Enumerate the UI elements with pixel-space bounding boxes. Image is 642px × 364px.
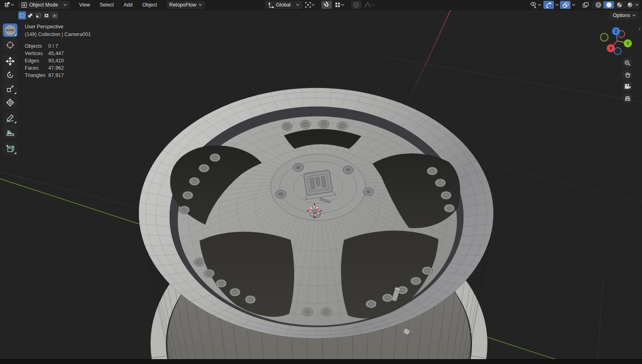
solid-sphere-icon <box>605 2 612 8</box>
stat-value: 0 / 7 <box>48 43 58 49</box>
menu-object[interactable]: Object <box>138 0 162 10</box>
chevron-down-icon <box>63 4 67 6</box>
gizmo-axis-neg-y[interactable] <box>601 34 608 41</box>
proportional-editing-toggle[interactable] <box>351 1 362 9</box>
pivot-point-button[interactable] <box>304 1 316 9</box>
show-overlays-toggle[interactable] <box>560 1 571 9</box>
viewport-3d[interactable] <box>0 0 642 364</box>
stat-label: Objects <box>25 43 48 49</box>
select-mode-set[interactable] <box>18 11 26 19</box>
shading-mode-group <box>592 1 640 9</box>
mode-label: Object Mode <box>29 2 58 8</box>
view-perspective-label: User Perspective <box>25 24 91 30</box>
tool-measure[interactable] <box>3 125 17 138</box>
chevron-down-icon <box>371 4 375 6</box>
gizmo-axis-x[interactable]: X <box>607 44 615 52</box>
statistics-overlay: Objects0 / 7 Vertices45,447 Edges93,410 … <box>25 43 91 79</box>
add-cube-icon <box>6 144 15 153</box>
chevron-down-icon <box>11 4 14 6</box>
editor-type-button[interactable] <box>2 1 15 9</box>
shading-wireframe-button[interactable] <box>593 1 603 9</box>
chevron-down-icon[interactable] <box>555 4 559 6</box>
toggle-perspective-button[interactable] <box>622 93 633 103</box>
header-center: Global <box>265 1 376 9</box>
tool-active-retopoflow[interactable]: NONE <box>3 24 17 37</box>
gizmo-axis-y[interactable]: Y <box>624 39 632 47</box>
measure-tool-icon <box>6 127 15 136</box>
tool-rotate[interactable] <box>3 68 17 81</box>
shading-material-button[interactable] <box>614 1 625 9</box>
camera-view-button[interactable] <box>622 81 633 92</box>
xray-toggle[interactable] <box>580 1 591 9</box>
menu-select[interactable]: Select <box>95 0 118 10</box>
tool-add-cube[interactable] <box>3 142 17 155</box>
tool-annotate[interactable] <box>3 111 17 124</box>
navigation-gizmo[interactable]: Z Y X <box>600 24 637 61</box>
stat-value: 93,410 <box>48 58 64 64</box>
camera-icon <box>624 83 631 90</box>
tool-transform[interactable] <box>3 96 17 109</box>
retopoflow-menu[interactable]: RetopoFlow <box>166 1 205 9</box>
stat-label: Faces <box>25 65 48 71</box>
mode-selector[interactable]: Object Mode <box>18 1 70 9</box>
annotate-pencil-icon <box>6 113 15 122</box>
hand-icon <box>624 71 631 78</box>
snap-target-button[interactable] <box>334 1 345 9</box>
show-gizmo-toggle[interactable] <box>543 1 554 9</box>
chevron-down-icon <box>198 4 202 6</box>
stat-value: 47,962 <box>48 65 64 71</box>
stat-label: Vertices <box>25 51 48 56</box>
material-sphere-icon <box>616 2 623 8</box>
shading-solid-button[interactable] <box>603 1 614 9</box>
chevron-down-icon <box>311 4 315 6</box>
svg-text:Z: Z <box>615 29 617 34</box>
select-mode-invert[interactable] <box>43 11 50 19</box>
tool-cursor[interactable] <box>3 38 17 51</box>
options-button[interactable]: Options <box>610 11 639 19</box>
chevron-down-icon <box>341 4 345 6</box>
stat-label: Edges <box>25 58 48 64</box>
proportional-falloff-button[interactable] <box>363 1 376 9</box>
menu-add[interactable]: Add <box>119 0 137 10</box>
sidebar-collapse-chevron[interactable]: ‹ <box>639 25 641 32</box>
orientation-axes-icon <box>268 2 274 8</box>
wheel-object[interactable] <box>139 88 493 364</box>
object-mode-icon <box>21 2 27 8</box>
tool-badge: NONE <box>5 25 15 36</box>
select-mode-extend[interactable] <box>26 11 34 19</box>
pan-button[interactable] <box>622 69 633 80</box>
chevron-down-icon <box>296 4 299 6</box>
tool-scale[interactable] <box>3 82 17 95</box>
shading-rendered-button[interactable] <box>625 1 635 9</box>
falloff-curve-icon <box>364 2 371 8</box>
zoom-magnifier-icon <box>624 60 631 66</box>
overlays-icon <box>562 2 569 9</box>
zoom-button[interactable] <box>622 58 633 68</box>
show-object-types-button[interactable] <box>529 1 542 9</box>
xray-icon <box>582 2 589 9</box>
gizmo-axis-neg-z[interactable] <box>614 48 621 55</box>
gizmo-axis-z[interactable]: Z <box>612 27 620 35</box>
viewport-editor-icon <box>3 1 11 9</box>
tool-move[interactable] <box>3 54 17 68</box>
cursor-tool-icon <box>6 41 15 49</box>
bottom-strip <box>0 359 642 364</box>
rendered-sphere-icon <box>627 2 633 8</box>
scale-tool-icon <box>6 84 15 93</box>
chevron-down-icon[interactable] <box>635 4 639 6</box>
snap-increment-icon <box>334 2 341 8</box>
proportional-circle-icon <box>353 2 360 8</box>
chevron-down-icon <box>632 14 636 17</box>
stat-label: Triangles <box>25 73 48 78</box>
snap-toggle[interactable] <box>321 1 332 9</box>
grid-perspective-icon <box>624 95 631 102</box>
svg-text:Y: Y <box>627 41 629 46</box>
chevron-down-icon[interactable] <box>572 4 575 6</box>
retopoflow-label: RetopoFlow <box>169 2 196 8</box>
select-mode-subtract[interactable] <box>34 11 42 19</box>
menu-view[interactable]: View <box>75 0 95 10</box>
stat-value: 87,917 <box>48 73 64 78</box>
orientation-selector[interactable]: Global <box>265 1 302 9</box>
select-mode-intersect[interactable] <box>51 11 58 19</box>
visibility-eye-cursor-icon <box>530 2 538 9</box>
